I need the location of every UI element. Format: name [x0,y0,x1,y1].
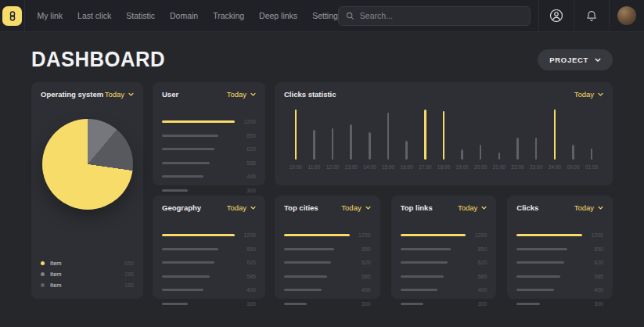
nav-link[interactable]: Deep links [259,11,297,20]
nav-link[interactable]: Statistic [126,11,155,20]
bar-track [162,275,235,278]
bar-value: 300 [466,301,487,307]
bar [401,275,444,278]
nav-link[interactable]: Last click [77,11,111,20]
vbar-column: 00:00 [564,110,583,170]
card-clicks: Clicks Today 1200850620585400300 [507,196,613,299]
chevron-down-icon [250,92,256,96]
project-label: PROJECT [549,56,588,64]
bar-row: 300 [516,301,603,307]
profile-menu[interactable] [609,0,644,31]
bar [284,234,350,236]
filter-dropdown[interactable]: Today [227,90,256,99]
bar-value: 585 [582,274,603,279]
hbar-chart: 1200850620585400300 [162,232,256,307]
bar [284,248,334,250]
pie-chart [42,119,133,210]
vbar-column: 22:00 [509,110,527,170]
filter-dropdown[interactable]: Today [341,203,370,212]
bar-track [401,248,466,250]
bar [162,234,235,236]
bar-row: 1200 [162,232,256,238]
bar-row: 620 [284,260,371,265]
vbar-column: 11:00 [305,110,324,170]
avatar [617,6,636,25]
account-button[interactable] [538,0,574,31]
filter-label: Today [227,90,246,99]
vbar-area [591,110,593,160]
x-tick-label: 23:00 [530,164,542,170]
legend-value: 185 [124,282,134,288]
bar [516,261,563,264]
logo-button[interactable] [0,0,25,31]
filter-label: Today [574,203,594,212]
vbar-area [332,110,334,160]
bar-value: 850 [235,133,256,138]
card-title: Top cities [284,203,318,212]
card-clicks-statistic: Clicks statistic Today 10:0011:0012:0013… [275,82,613,185]
bar-value: 620 [235,146,256,152]
filter-dropdown[interactable]: Today [105,90,134,99]
chevron-down-icon [481,206,487,210]
bar-value: 585 [235,274,256,279]
vbar-area [295,110,297,160]
legend-label: Item [50,282,62,289]
filter-dropdown[interactable]: Today [574,90,603,99]
bar-value: 620 [582,260,603,265]
bar [516,289,554,291]
bar-row: 585 [284,274,371,279]
search-icon [346,12,354,20]
filter-dropdown[interactable]: Today [227,203,256,212]
search-input[interactable] [360,11,523,20]
vbar-area [554,110,556,160]
bar-track [162,248,235,250]
vbar-column: 24:00 [545,110,564,170]
filter-dropdown[interactable]: Today [458,203,487,212]
bar-row: 850 [516,246,603,252]
bar-track [284,261,350,264]
bar-value: 850 [466,246,487,252]
bar-row: 585 [516,274,603,279]
chevron-down-icon [250,206,256,210]
bar-track [401,289,466,291]
x-tick-label: 21:00 [493,164,505,170]
nav-link[interactable]: My link [37,11,63,20]
vbar [480,145,482,160]
filter-label: Today [341,203,361,212]
bar-track [284,303,350,305]
vbar-area [424,110,426,160]
bar-value: 585 [350,274,371,279]
logo-badge [2,6,22,26]
vbar [369,132,371,160]
filter-dropdown[interactable]: Today [574,203,603,212]
bar [516,275,559,278]
nav-link[interactable]: Setting [312,11,338,20]
bar-row: 1200 [162,119,256,124]
bar-value: 300 [235,301,256,307]
bar [516,303,539,305]
vbar-area [443,110,445,160]
bar-track [401,275,466,278]
bar-track [401,303,466,305]
nav-link[interactable]: Tracking [213,11,244,20]
nav-link[interactable]: Domain [170,11,198,20]
vbar-column: 14:00 [361,110,380,170]
project-dropdown-button[interactable]: PROJECT [538,49,613,70]
bar-track [162,175,235,178]
bar-track [284,289,350,291]
notifications-button[interactable] [574,0,609,31]
vbar-column: 18:00 [434,110,453,170]
page-header: DASHBOARD PROJECT [0,48,644,72]
bar-row: 400 [516,287,603,293]
bar [162,275,210,278]
search-bar[interactable] [338,6,531,26]
vbar-area [405,110,408,160]
vbar-area [350,110,352,160]
bar-row: 400 [284,287,371,293]
card-title: Clicks statistic [284,90,336,99]
bar-row: 850 [162,246,256,252]
bar-row: 585 [162,160,256,166]
bar-row: 850 [284,246,371,252]
vbar [554,110,556,160]
bar-row: 300 [162,301,256,307]
